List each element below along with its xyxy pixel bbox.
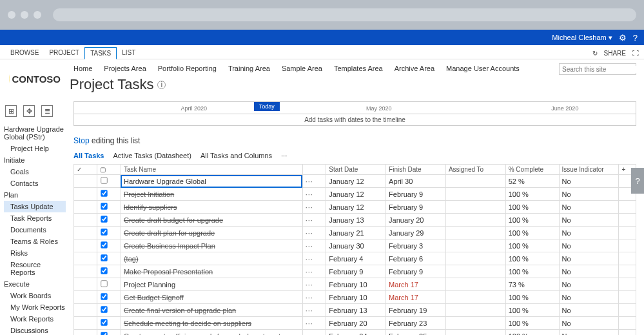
topnav-link[interactable]: Archive Area [395, 65, 434, 72]
help-icon[interactable]: ? [633, 33, 638, 43]
task-name-link[interactable]: Create draft plan for upgrade [124, 229, 300, 237]
ellipsis-icon[interactable]: ··· [306, 178, 313, 185]
table-row[interactable]: Project Initiation···January 12February … [74, 188, 636, 201]
cell-checkbox[interactable] [97, 278, 121, 291]
task-checkbox[interactable] [101, 216, 108, 222]
ellipsis-icon[interactable]: ··· [306, 307, 313, 314]
cell-task-name[interactable]: Create draft budget for upgrade [121, 214, 302, 227]
cell-percent-complete[interactable]: 52 % [505, 175, 559, 188]
table-row[interactable]: Schedule meeting to decide on suppliers·… [74, 317, 636, 330]
ribbon-tab-tasks[interactable]: TASKS [84, 47, 117, 59]
cell-menu[interactable]: ··· [302, 201, 326, 214]
ellipsis-icon[interactable]: ··· [306, 332, 313, 336]
cell-task-name[interactable]: Create Business Impact Plan [121, 239, 302, 252]
nav-item[interactable]: Work Boards [4, 290, 66, 301]
nav-item[interactable]: Work Reports [4, 313, 66, 325]
table-row[interactable]: Make Proposal Presentation···February 9F… [74, 265, 636, 278]
cell-issue-indicator[interactable]: No [559, 227, 619, 239]
cell-percent-complete[interactable]: 100 % [505, 239, 559, 252]
cell-checkbox[interactable] [97, 239, 121, 252]
nav-heading[interactable]: Execute [4, 278, 66, 290]
task-name-link[interactable]: Create final version of upgrade plan [124, 307, 300, 314]
cell-task-name[interactable]: Project Initiation [121, 188, 302, 201]
cell-menu[interactable]: ··· [302, 227, 326, 239]
cell-checkbox[interactable] [97, 330, 121, 336]
table-row[interactable]: (tag)···February 4February 6100 %No [74, 252, 636, 265]
topnav-link[interactable]: Manage User Accounts [446, 65, 520, 72]
cell-task-name[interactable]: Identify suppliers [121, 201, 302, 214]
cell-issue-indicator[interactable]: No [559, 214, 619, 227]
cell-assigned-to[interactable] [445, 214, 505, 227]
cell-menu[interactable]: ··· [302, 265, 326, 278]
cell-issue-indicator[interactable]: No [559, 304, 619, 317]
cell-start-date[interactable]: February 20 [326, 317, 386, 330]
stop-link[interactable]: Stop [73, 136, 90, 145]
cell-checkbox[interactable] [97, 291, 121, 304]
ribbon-tab-project[interactable]: PROJECT [44, 47, 84, 59]
cell-finish-date[interactable]: March 17 [386, 278, 446, 291]
cell-issue-indicator[interactable]: No [559, 252, 619, 265]
ellipsis-icon[interactable]: ··· [306, 281, 313, 289]
nav-heading[interactable]: Plan [4, 189, 66, 201]
task-checkbox[interactable] [101, 254, 108, 261]
cell-issue-indicator[interactable]: No [559, 265, 619, 278]
cell-percent-complete[interactable]: 100 % [505, 291, 559, 304]
task-checkbox[interactable] [101, 267, 108, 274]
cell-finish-date[interactable]: April 30 [386, 175, 446, 188]
table-row[interactable]: Create draft plan for upgrade···January … [74, 227, 636, 239]
ellipsis-icon[interactable]: ··· [306, 320, 313, 327]
ellipsis-icon[interactable]: ··· [306, 294, 313, 301]
cell-finish-date[interactable]: January 29 [386, 227, 446, 239]
task-name-link[interactable]: Hardware Upgrade Global [124, 178, 300, 185]
cell-percent-complete[interactable]: 73 % [505, 278, 559, 291]
fullscreen-icon[interactable]: ⛶ [632, 50, 639, 57]
cell-start-date[interactable]: January 12 [326, 175, 386, 188]
cell-start-date[interactable]: February 13 [326, 304, 386, 317]
task-name-link[interactable]: Get Budget Signoff [124, 294, 300, 301]
view-tab[interactable]: Active Tasks (Datasheet) [113, 152, 191, 159]
nav-item[interactable]: Tasks Update [4, 201, 66, 212]
nav-heading[interactable]: Initiate [4, 154, 66, 166]
topnav-link[interactable]: Templates Area [334, 65, 383, 72]
cell-issue-indicator[interactable]: No [559, 201, 619, 214]
view-tab[interactable]: All Tasks [73, 152, 104, 159]
site-logo[interactable]: CONTOSO [0, 67, 70, 91]
quick-launch-icon[interactable]: ⊞ [5, 105, 17, 117]
nav-item[interactable]: Contacts [4, 178, 66, 189]
cell-start-date[interactable]: January 12 [326, 201, 386, 214]
nav-item[interactable]: My Work Reports [4, 301, 66, 313]
timeline[interactable]: Today April 2020 May 2020 June 2020 Add … [73, 101, 636, 126]
task-checkbox[interactable] [101, 241, 108, 248]
task-checkbox[interactable] [101, 332, 108, 335]
table-row[interactable]: Project Planning···February 10March 1773… [74, 278, 636, 291]
cell-start-date[interactable]: February 10 [326, 291, 386, 304]
browser-url-bar[interactable] [53, 8, 636, 21]
table-row[interactable]: Create draft budget for upgrade···Januar… [74, 214, 636, 227]
cell-assigned-to[interactable] [445, 291, 505, 304]
view-tab[interactable]: All Tasks and Columns [200, 152, 272, 159]
search-input[interactable] [562, 66, 644, 73]
task-checkbox[interactable] [101, 319, 108, 325]
cell-finish-date[interactable]: January 20 [386, 214, 446, 227]
user-menu[interactable]: Micheal Clesham ▾ [552, 34, 612, 42]
task-name-link[interactable]: Project Initiation [124, 190, 300, 198]
task-name-link[interactable]: Create report outlining needs for each d… [124, 332, 300, 336]
cell-assigned-to[interactable] [445, 330, 505, 336]
cell-menu[interactable]: ··· [302, 214, 326, 227]
task-name-link[interactable]: Create Business Impact Plan [124, 242, 300, 250]
col-issue-indicator[interactable]: Issue Indicator [559, 165, 619, 175]
cell-percent-complete[interactable]: 100 % [505, 304, 559, 317]
ellipsis-icon[interactable]: ··· [306, 229, 313, 237]
cell-finish-date[interactable]: February 23 [386, 317, 446, 330]
info-icon[interactable]: i [157, 81, 166, 89]
cell-issue-indicator[interactable]: No [559, 278, 619, 291]
sync-icon[interactable]: ↻ [592, 50, 598, 57]
cell-task-name[interactable]: Create report outlining needs for each d… [121, 330, 302, 336]
cell-task-name[interactable]: Get Budget Signoff [121, 291, 302, 304]
table-row[interactable]: Get Budget Signoff···February 10March 17… [74, 291, 636, 304]
cell-assigned-to[interactable] [445, 188, 505, 201]
help-side-tab[interactable]: ? [631, 168, 644, 194]
cell-issue-indicator[interactable]: No [559, 330, 619, 336]
col-task-name[interactable]: Task Name [121, 165, 302, 175]
task-checkbox[interactable] [101, 190, 108, 196]
